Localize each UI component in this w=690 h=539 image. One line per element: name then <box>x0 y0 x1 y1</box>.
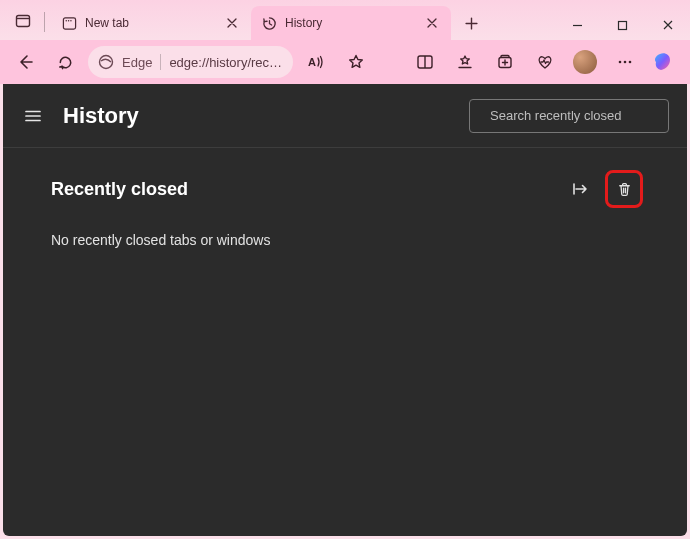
svg-point-5 <box>70 19 72 21</box>
svg-point-4 <box>67 19 69 21</box>
split-screen-button[interactable] <box>408 45 442 79</box>
empty-state-text: No recently closed tabs or windows <box>51 232 639 248</box>
section-actions <box>565 174 639 204</box>
history-icon <box>261 15 277 31</box>
read-aloud-icon: A <box>307 53 325 71</box>
history-page: History Recently closed No recently clos… <box>3 84 687 536</box>
page-title: History <box>63 103 451 129</box>
clear-all-button[interactable] <box>609 174 639 204</box>
window-close-button[interactable] <box>645 10 690 40</box>
tab-title: History <box>285 16 417 30</box>
close-icon <box>427 18 437 28</box>
new-tab-page-icon <box>61 15 77 31</box>
split-screen-icon <box>416 53 434 71</box>
star-icon <box>347 53 365 71</box>
svg-text:A: A <box>308 56 316 68</box>
svg-rect-0 <box>17 16 30 27</box>
collections-icon <box>496 53 514 71</box>
tab-new-tab[interactable]: New tab <box>51 6 251 40</box>
recently-closed-section: Recently closed No recently closed tabs … <box>3 148 687 274</box>
profile-button[interactable] <box>568 45 602 79</box>
copilot-icon <box>653 50 677 74</box>
svg-point-15 <box>624 61 627 64</box>
separator <box>160 54 161 70</box>
section-title: Recently closed <box>51 179 565 200</box>
search-input[interactable] <box>490 108 658 123</box>
tab-actions-icon <box>15 13 31 29</box>
collections-button[interactable] <box>488 45 522 79</box>
close-icon <box>662 19 674 31</box>
svg-point-16 <box>629 61 632 64</box>
menu-button[interactable] <box>21 104 45 128</box>
open-all-button[interactable] <box>565 174 595 204</box>
tab-title: New tab <box>85 16 217 30</box>
favorite-button[interactable] <box>339 45 373 79</box>
more-horizontal-icon <box>616 53 634 71</box>
tab-history[interactable]: History <box>251 6 451 40</box>
window-maximize-button[interactable] <box>600 10 645 40</box>
tab-close-button[interactable] <box>423 14 441 32</box>
tab-strip: New tab History <box>8 6 555 40</box>
copilot-button[interactable] <box>648 45 682 79</box>
open-tab-icon <box>571 180 589 198</box>
refresh-icon <box>57 54 74 71</box>
more-button[interactable] <box>608 45 642 79</box>
favorites-list-icon <box>456 53 474 71</box>
browser-toolbar: Edge edge://history/rec… A <box>0 40 690 84</box>
edge-logo-icon <box>98 54 114 70</box>
browser-essentials-button[interactable] <box>528 45 562 79</box>
history-page-header: History <box>3 84 687 148</box>
search-box[interactable] <box>469 99 669 133</box>
maximize-icon <box>617 20 628 31</box>
window-minimize-button[interactable] <box>555 10 600 40</box>
window-controls <box>555 10 690 40</box>
refresh-button[interactable] <box>48 45 82 79</box>
read-aloud-button[interactable]: A <box>299 45 333 79</box>
svg-rect-2 <box>63 17 75 28</box>
back-button[interactable] <box>8 45 42 79</box>
address-bar[interactable]: Edge edge://history/rec… <box>88 46 293 78</box>
window-titlebar: New tab History <box>0 0 690 40</box>
hamburger-icon <box>24 107 42 125</box>
section-header: Recently closed <box>51 174 639 204</box>
favorites-button[interactable] <box>448 45 482 79</box>
tab-actions-button[interactable] <box>8 6 38 36</box>
avatar-icon <box>573 50 597 74</box>
svg-point-3 <box>65 19 67 21</box>
close-icon <box>227 18 237 28</box>
address-url-text: edge://history/rec… <box>169 55 283 70</box>
tab-close-button[interactable] <box>223 14 241 32</box>
arrow-left-icon <box>16 53 34 71</box>
address-site-label: Edge <box>122 55 152 70</box>
svg-rect-7 <box>619 21 627 29</box>
trash-icon <box>616 181 633 198</box>
separator <box>44 12 45 32</box>
minimize-icon <box>572 20 583 31</box>
plus-icon <box>465 17 478 30</box>
heart-pulse-icon <box>536 53 554 71</box>
svg-point-14 <box>619 61 622 64</box>
new-tab-button[interactable] <box>457 9 485 37</box>
